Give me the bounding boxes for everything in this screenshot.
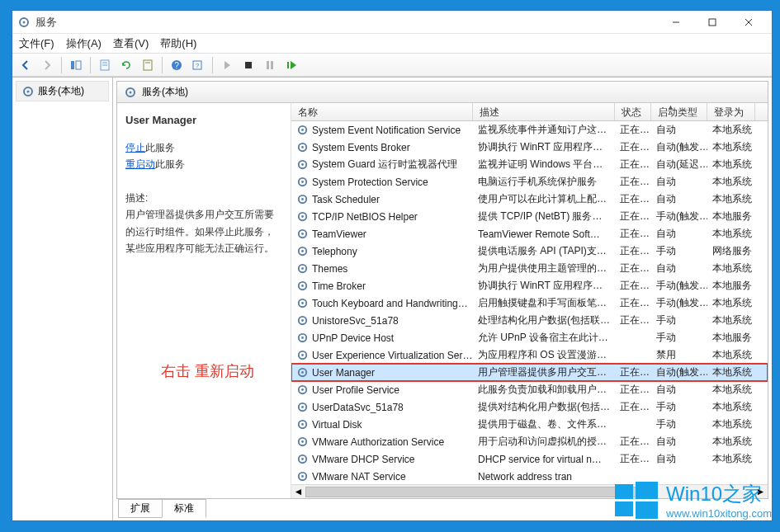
service-name: TCP/IP NetBIOS Helper bbox=[312, 211, 418, 223]
forward-button[interactable] bbox=[37, 56, 57, 74]
back-button[interactable] bbox=[16, 56, 35, 74]
service-row[interactable]: VMware NAT ServiceNetwork address tran bbox=[291, 468, 768, 484]
service-start: 手动(触发… bbox=[656, 210, 707, 224]
pause-service-button[interactable] bbox=[260, 56, 280, 74]
column-headers: 名称 ▲ 描述 状态 启动类型 登录为 bbox=[291, 103, 768, 121]
menu-action[interactable]: 操作(A) bbox=[66, 36, 102, 51]
service-name: User Manager bbox=[312, 367, 375, 379]
menu-view[interactable]: 查看(V) bbox=[113, 36, 149, 51]
service-start: 自动 bbox=[656, 192, 676, 206]
service-row[interactable]: Task Scheduler使用户可以在此计算机上配…正在…自动本地系统 bbox=[291, 191, 768, 208]
svg-text:?: ? bbox=[174, 61, 179, 70]
svg-point-32 bbox=[301, 181, 304, 183]
services-window: 服务 文件(F) 操作(A) 查看(V) 帮助(H) ? ? 服务(本地 bbox=[12, 10, 773, 521]
service-state: 正在… bbox=[620, 140, 650, 154]
service-row[interactable]: System Protection Service电脑运行手机系统保护服务正在…… bbox=[291, 173, 768, 191]
toolbar: ? ? bbox=[12, 54, 772, 77]
service-start: 自动 bbox=[656, 175, 676, 189]
svg-point-48 bbox=[301, 319, 304, 322]
service-logon: 本地系统 bbox=[712, 383, 752, 397]
tree-pane[interactable]: 服务(本地) bbox=[12, 78, 113, 520]
close-button[interactable] bbox=[730, 12, 767, 33]
service-row[interactable]: VMware Authorization Service用于启动和访问虚拟机的授… bbox=[291, 433, 768, 450]
service-start: 手动 bbox=[656, 331, 676, 345]
tab-standard[interactable]: 标准 bbox=[162, 499, 206, 518]
service-desc: 电脑运行手机系统保护服务 bbox=[478, 175, 597, 189]
service-state: 正在… bbox=[620, 261, 650, 275]
scroll-right-icon[interactable]: ► bbox=[754, 486, 768, 498]
service-row[interactable]: User Profile Service此服务负责加载和卸载用户…正在…自动本地… bbox=[291, 381, 768, 398]
col-name[interactable]: 名称 bbox=[291, 103, 473, 120]
service-row[interactable]: TCP/IP NetBIOS Helper提供 TCP/IP (NetBT) 服… bbox=[291, 208, 768, 225]
service-desc: 监视系统事件并通知订户这… bbox=[478, 123, 607, 137]
service-logon: 本地系统 bbox=[712, 261, 752, 275]
restart-service-link[interactable]: 重启动 bbox=[125, 158, 155, 170]
properties-button[interactable] bbox=[138, 56, 158, 74]
svg-point-50 bbox=[301, 337, 304, 339]
export-list-button[interactable] bbox=[95, 56, 115, 74]
service-name: Task Scheduler bbox=[312, 194, 380, 205]
service-desc: 用于启动和访问虚拟机的授… bbox=[478, 435, 607, 449]
scroll-thumb[interactable] bbox=[305, 487, 655, 497]
col-logon[interactable]: 登录为 bbox=[707, 103, 755, 120]
service-name: User Experience Virtualization Ser… bbox=[312, 350, 473, 361]
menu-help[interactable]: 帮助(H) bbox=[160, 36, 196, 51]
service-logon: 本地系统 bbox=[712, 140, 752, 154]
show-hide-tree-button[interactable] bbox=[66, 56, 86, 74]
svg-point-34 bbox=[301, 198, 304, 200]
stop-service-link[interactable]: 停止 bbox=[125, 142, 145, 153]
help-button[interactable]: ? bbox=[167, 56, 187, 74]
svg-rect-3 bbox=[709, 19, 716, 26]
menu-file[interactable]: 文件(F) bbox=[19, 36, 54, 51]
svg-point-36 bbox=[301, 215, 304, 218]
col-start[interactable]: 启动类型 bbox=[651, 103, 707, 120]
service-row[interactable]: VMware DHCP ServiceDHCP service for virt… bbox=[291, 450, 768, 468]
horizontal-scrollbar[interactable]: ◄ ► bbox=[291, 484, 768, 498]
col-desc[interactable]: 描述 bbox=[473, 103, 615, 120]
tab-extended[interactable]: 扩展 bbox=[118, 499, 163, 518]
service-row[interactable]: UnistoreSvc_51a78处理结构化用户数据(包括联…正在…手动本地系统 bbox=[291, 312, 768, 329]
col-state[interactable]: 状态 bbox=[615, 103, 651, 120]
restart-service-button[interactable] bbox=[281, 56, 301, 74]
service-logon: 本地系统 bbox=[712, 348, 752, 362]
scroll-left-icon[interactable]: ◄ bbox=[291, 486, 305, 498]
service-row[interactable]: Touch Keyboard and Handwriting…启用触摸键盘和手写… bbox=[291, 294, 768, 312]
service-row[interactable]: System Event Notification Service监视系统事件并… bbox=[291, 121, 768, 139]
start-service-button[interactable] bbox=[217, 56, 237, 74]
service-desc: 提供 TCP/IP (NetBT) 服务… bbox=[478, 210, 602, 224]
gear-icon bbox=[21, 85, 35, 98]
svg-point-1 bbox=[23, 21, 26, 23]
bottom-tabs: 扩展 标准 bbox=[116, 499, 768, 517]
maximize-button[interactable] bbox=[694, 12, 730, 33]
stop-service-button[interactable] bbox=[239, 56, 258, 74]
service-desc: 启用触摸键盘和手写面板笔… bbox=[478, 296, 607, 310]
tree-node-label: 服务(本地) bbox=[38, 84, 84, 98]
service-row[interactable]: UserDataSvc_51a78提供对结构化用户数据(包括…正在…手动本地系统 bbox=[291, 398, 768, 416]
selected-service-name: User Manager bbox=[125, 111, 282, 129]
tree-node-services-local[interactable]: 服务(本地) bbox=[16, 81, 109, 101]
service-name: UserDataSvc_51a78 bbox=[312, 402, 404, 413]
service-row[interactable]: Telephony提供电话服务 API (TAPI)支…正在…手动网络服务 bbox=[291, 242, 768, 260]
service-row[interactable]: Virtual Disk提供用于磁盘、卷、文件系…手动本地系统 bbox=[291, 416, 768, 433]
help2-button[interactable]: ? bbox=[188, 56, 208, 74]
service-name: VMware DHCP Service bbox=[312, 454, 414, 465]
minimize-button[interactable] bbox=[658, 12, 694, 33]
service-logon: 本地系统 bbox=[712, 123, 752, 137]
service-row[interactable]: Time Broker协调执行 WinRT 应用程序…正在…手动(触发…本地服务 bbox=[291, 277, 768, 294]
service-row[interactable]: System Guard 运行时监视器代理监视并证明 Windows 平台…正在… bbox=[291, 156, 768, 173]
service-row[interactable]: UPnP Device Host允许 UPnP 设备宿主在此计…手动本地服务 bbox=[291, 329, 768, 346]
svg-point-24 bbox=[130, 91, 132, 93]
service-state: 正在… bbox=[620, 313, 650, 327]
service-row[interactable]: System Events Broker协调执行 WinRT 应用程序…正在…自… bbox=[291, 139, 768, 156]
detail-pane: User Manager 停止此服务 重启动此服务 描述: 用户管理器提供多用户… bbox=[117, 103, 291, 498]
titlebar[interactable]: 服务 bbox=[12, 11, 772, 34]
service-row[interactable]: Themes为用户提供使用主题管理的…正在…自动本地系统 bbox=[291, 260, 768, 277]
service-state: 正在… bbox=[620, 175, 650, 189]
refresh-button[interactable] bbox=[116, 56, 136, 74]
service-row[interactable]: TeamViewerTeamViewer Remote Soft…正在…自动本地… bbox=[291, 225, 768, 242]
service-rows[interactable]: System Event Notification Service监视系统事件并… bbox=[291, 121, 768, 484]
list-header: 服务(本地) bbox=[117, 82, 768, 103]
service-row[interactable]: User Experience Virtualization Ser…为应用程序… bbox=[291, 346, 768, 364]
service-row[interactable]: User Manager用户管理器提供多用户交互…正在…自动(触发…本地系统 bbox=[291, 364, 768, 381]
service-state: 正在… bbox=[620, 452, 650, 466]
